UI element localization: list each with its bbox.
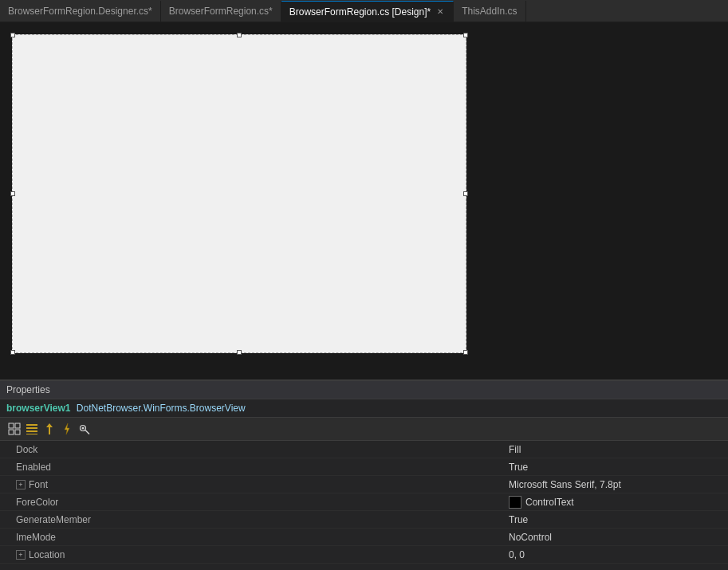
tab-bar: BrowserFormRegion.Designer.cs* BrowserFo…	[0, 0, 728, 22]
properties-panel: Properties browserView1 DotNetBrowser.Wi…	[0, 379, 728, 570]
handle-tm[interactable]	[237, 33, 242, 37]
events-icon[interactable]	[41, 421, 57, 437]
tab-designer-label: BrowserFormRegion.Designer.cs*	[8, 6, 152, 17]
prop-imemode-name: ImeMode	[0, 532, 502, 543]
handle-bm[interactable]	[237, 350, 242, 355]
svg-point-12	[82, 427, 85, 430]
object-name: browserView1	[6, 403, 70, 414]
properties-object-info: browserView1 DotNetBrowser.WinForms.Brow…	[0, 399, 728, 418]
prop-forecolor-name: ForeColor	[0, 497, 502, 508]
prop-dock-value: Fill	[502, 444, 728, 455]
tab-designer[interactable]: BrowserFormRegion.Designer.cs*	[0, 1, 161, 22]
prop-row-imemode[interactable]: ImeMode NoControl	[0, 529, 728, 546]
prop-row-dock[interactable]: Dock Fill	[0, 441, 728, 458]
properties-header: Properties	[0, 381, 728, 399]
font-expand-icon[interactable]: +	[16, 480, 26, 489]
prop-font-value: Microsoft Sans Serif, 7.8pt	[502, 479, 728, 490]
svg-line-11	[85, 430, 89, 434]
svg-rect-4	[26, 424, 37, 426]
svg-rect-2	[9, 430, 14, 434]
svg-rect-7	[26, 434, 37, 434]
prop-generatemember-value: True	[502, 514, 728, 525]
svg-rect-5	[26, 427, 37, 429]
object-type: DotNetBrowser.WinForms.BrowserView	[77, 403, 246, 414]
svg-marker-8	[46, 423, 53, 434]
location-expand-icon[interactable]: +	[16, 550, 26, 560]
prop-row-generatemember[interactable]: GenerateMember True	[0, 511, 728, 529]
handle-tl[interactable]	[10, 33, 15, 37]
prop-row-forecolor[interactable]: ForeColor ControlText	[0, 493, 728, 511]
list-icon[interactable]	[24, 421, 40, 437]
design-area	[0, 22, 728, 379]
grid-icon[interactable]	[6, 421, 22, 437]
prop-enabled-name: Enabled	[0, 462, 502, 473]
key-icon[interactable]	[77, 421, 92, 437]
tab-cs[interactable]: BrowserFormRegion.cs*	[161, 1, 281, 22]
tab-addin[interactable]: ThisAddIn.cs	[454, 1, 525, 22]
properties-toolbar	[0, 418, 728, 441]
prop-row-font[interactable]: + Font Microsoft Sans Serif, 7.8pt	[0, 476, 728, 493]
svg-rect-6	[26, 430, 37, 432]
handle-lm[interactable]	[10, 191, 15, 196]
prop-imemode-value: NoControl	[502, 532, 728, 543]
handle-tr[interactable]	[463, 33, 468, 37]
prop-forecolor-value: ControlText	[502, 496, 728, 509]
svg-rect-1	[15, 423, 20, 428]
handle-bl[interactable]	[10, 350, 15, 355]
tab-cs-label: BrowserFormRegion.cs*	[169, 6, 273, 17]
prop-row-location[interactable]: + Location 0, 0	[0, 546, 728, 564]
tab-design-close[interactable]: ✕	[435, 7, 445, 16]
prop-dock-name: Dock	[0, 444, 502, 455]
handle-br[interactable]	[463, 350, 468, 355]
tab-addin-label: ThisAddIn.cs	[462, 6, 517, 17]
prop-enabled-value: True	[502, 462, 728, 473]
properties-title: Properties	[6, 384, 50, 395]
tab-design[interactable]: BrowserFormRegion.cs [Design]* ✕	[281, 1, 454, 22]
svg-rect-3	[15, 430, 20, 434]
form-canvas[interactable]	[12, 34, 466, 353]
prop-generatemember-name: GenerateMember	[0, 514, 502, 525]
prop-row-enabled[interactable]: Enabled True	[0, 458, 728, 476]
tab-design-label: BrowserFormRegion.cs [Design]*	[289, 6, 431, 18]
svg-rect-0	[9, 423, 14, 428]
svg-marker-9	[65, 423, 69, 434]
lightning-icon[interactable]	[59, 421, 75, 437]
handle-rm[interactable]	[463, 191, 468, 196]
prop-location-value: 0, 0	[502, 549, 728, 560]
prop-font-name: + Font	[0, 479, 502, 490]
prop-location-name: + Location	[0, 549, 502, 560]
forecolor-swatch	[509, 496, 521, 509]
